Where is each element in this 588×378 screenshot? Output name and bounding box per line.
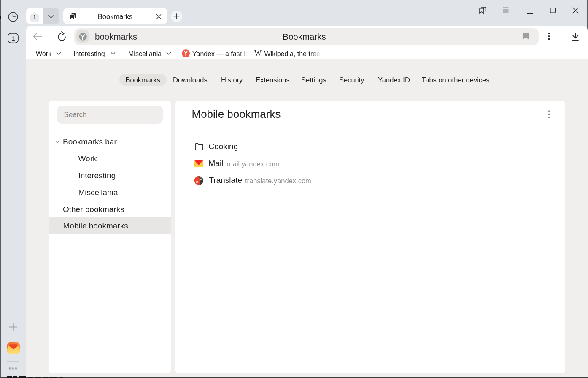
svg-text:1: 1	[32, 14, 36, 21]
svg-text:A: A	[195, 179, 198, 184]
svg-text:1: 1	[11, 35, 15, 42]
